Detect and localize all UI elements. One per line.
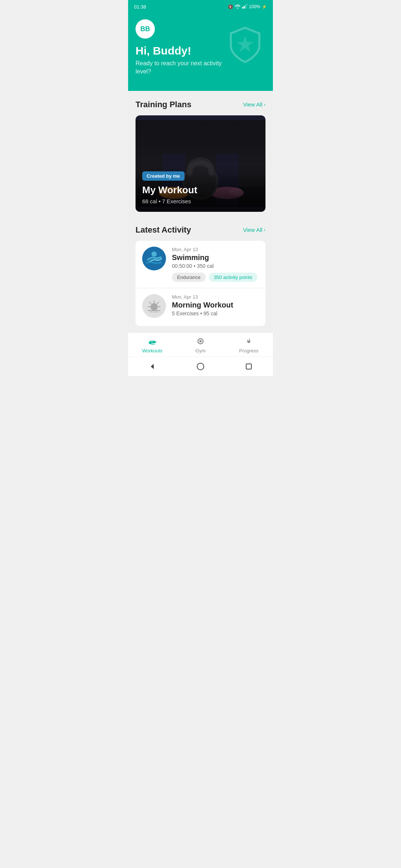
system-nav-bar xyxy=(128,356,273,376)
chevron-right-icon-2: › xyxy=(264,227,265,233)
chevron-right-icon: › xyxy=(264,102,265,107)
trophy-watermark xyxy=(225,24,265,67)
svg-line-4 xyxy=(247,4,247,5)
svg-point-20 xyxy=(150,303,158,310)
swimming-name: Swimming xyxy=(172,253,259,262)
battery-icon: ⚡ xyxy=(262,4,267,9)
nav-progress[interactable]: Progress xyxy=(234,336,264,354)
latest-activity-header: Latest Activity View All › xyxy=(136,225,265,235)
swimming-activity-info: Mon, Apr 13 Swimming 00:50:00 • 350 cal … xyxy=(172,247,259,282)
main-content: Training Plans View All › xyxy=(128,91,273,332)
status-bar: 01:38 🔇 100% ⚡ xyxy=(128,0,273,13)
workout-meta: 68 cal • 7 Exercises xyxy=(142,198,259,204)
workouts-nav-label: Workouts xyxy=(142,348,163,354)
created-by-badge: Created by me xyxy=(142,171,185,181)
workout-title: My Workout xyxy=(142,184,259,196)
svg-point-34 xyxy=(197,363,204,370)
svg-point-18 xyxy=(151,251,157,257)
svg-rect-1 xyxy=(242,7,243,9)
svg-marker-33 xyxy=(151,364,154,369)
status-time: 01:38 xyxy=(134,4,146,10)
training-plans-section: Training Plans View All › xyxy=(128,91,273,218)
morning-workout-name: Morning Workout xyxy=(172,301,259,309)
latest-activity-section: Latest Activity View All › xyxy=(128,218,273,332)
latest-activity-view-all[interactable]: View All › xyxy=(243,227,265,233)
svg-marker-5 xyxy=(237,36,254,52)
gym-icon xyxy=(195,336,206,346)
swimming-date: Mon, Apr 13 xyxy=(172,247,259,252)
progress-icon xyxy=(244,336,254,346)
bottom-nav: Workouts Gym Progress xyxy=(128,332,273,356)
svg-point-0 xyxy=(237,8,238,9)
morning-workout-date: Mon, Apr 13 xyxy=(172,294,259,300)
signal-icon xyxy=(242,4,247,9)
training-plans-header: Training Plans View All › xyxy=(136,100,265,109)
morning-workout-activity-info: Mon, Apr 13 Morning Workout 5 Exercises … xyxy=(172,294,259,320)
morning-workout-stats: 5 Exercises • 95 cal xyxy=(172,310,259,316)
svg-rect-3 xyxy=(245,5,246,9)
svg-rect-2 xyxy=(244,6,245,9)
swimming-stats: 00:50:00 • 350 cal xyxy=(172,263,259,269)
svg-point-32 xyxy=(200,341,201,342)
swimming-thumbnail xyxy=(142,247,166,270)
wifi-icon xyxy=(235,4,241,9)
workouts-icon xyxy=(147,336,157,346)
activity-item-swimming[interactable]: Mon, Apr 13 Swimming 00:50:00 • 350 cal … xyxy=(136,241,265,288)
svg-rect-35 xyxy=(246,364,251,369)
points-tag: 350 activity points xyxy=(209,273,257,282)
progress-nav-label: Progress xyxy=(239,348,258,354)
activity-card: Mon, Apr 13 Swimming 00:50:00 • 350 cal … xyxy=(136,241,265,326)
sys-recent-button[interactable] xyxy=(244,361,254,372)
nav-workouts[interactable]: Workouts xyxy=(137,336,167,354)
status-icons: 🔇 100% ⚡ xyxy=(228,4,267,9)
gym-nav-label: Gym xyxy=(195,348,205,354)
latest-activity-title: Latest Activity xyxy=(136,225,191,235)
avatar: BB xyxy=(136,19,155,39)
greeting-subtitle: Ready to reach your next activity level? xyxy=(136,59,225,76)
training-card-overlay: Created by me My Workout 68 cal • 7 Exer… xyxy=(136,164,265,212)
sys-back-button[interactable] xyxy=(147,361,157,372)
sys-home-button[interactable] xyxy=(195,361,206,372)
swimming-tags: Endurance 350 activity points xyxy=(172,273,259,282)
mute-icon: 🔇 xyxy=(228,4,233,9)
training-plan-card[interactable]: Created by me My Workout 68 cal • 7 Exer… xyxy=(136,115,265,212)
endurance-tag: Endurance xyxy=(172,273,206,282)
activity-item-morning-workout[interactable]: Mon, Apr 13 Morning Workout 5 Exercises … xyxy=(136,288,265,326)
training-plans-view-all[interactable]: View All › xyxy=(243,101,265,108)
header: BB Hi, Buddy! Ready to reach your next a… xyxy=(128,13,273,91)
morning-workout-thumbnail xyxy=(142,294,166,318)
battery-label: 100% xyxy=(249,4,260,9)
nav-gym[interactable]: Gym xyxy=(186,336,215,354)
training-plans-title: Training Plans xyxy=(136,100,191,109)
